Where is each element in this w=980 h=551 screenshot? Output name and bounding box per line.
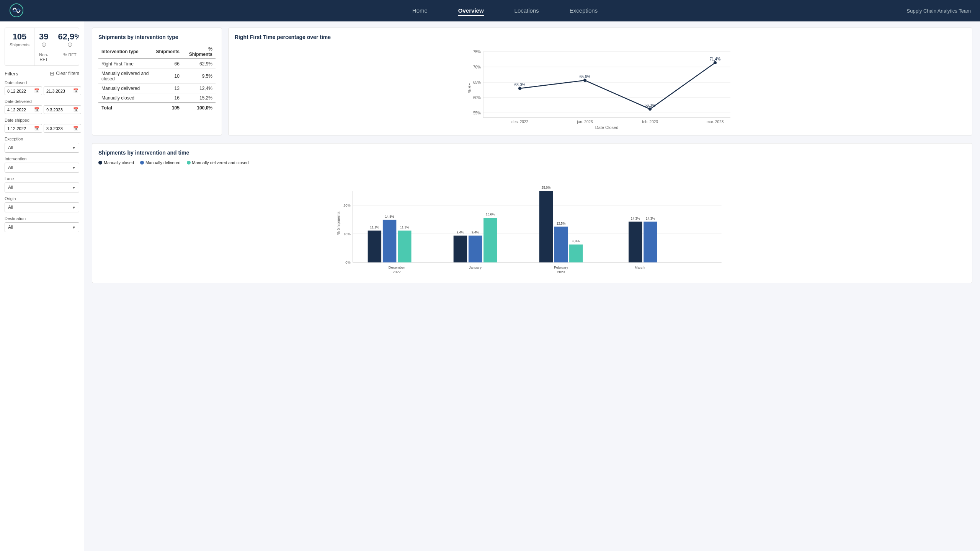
nav-home[interactable]: Home <box>412 6 428 16</box>
svg-text:December: December <box>389 266 405 269</box>
svg-text:February: February <box>554 266 568 269</box>
line-chart-container: % RFT 75% 70% 65% 60% 55% <box>235 45 966 129</box>
date-delivered-from[interactable]: 📅 <box>5 105 42 114</box>
bar <box>629 222 642 262</box>
clear-filters-icon: ⊟ <box>50 70 54 77</box>
lane-dropdown[interactable]: All ▼ <box>5 183 79 192</box>
row-pct: 12,4% <box>183 84 216 93</box>
calendar-icon: 📅 <box>34 126 39 131</box>
date-shipped-range: 📅 📅 <box>5 124 79 133</box>
exception-value: All <box>8 145 13 150</box>
filters-title: Filters <box>5 71 18 77</box>
date-closed-to[interactable]: 📅 <box>44 86 81 95</box>
svg-text:65,6%: 65,6% <box>580 75 590 79</box>
legend-dot-manually-closed <box>98 161 102 165</box>
origin-dropdown[interactable]: All ▼ <box>5 202 79 212</box>
total-shipments: 105 <box>153 103 183 112</box>
bar <box>368 231 381 262</box>
svg-text:60%: 60% <box>473 96 481 100</box>
clear-filters-button[interactable]: ⊟ Clear filters <box>50 70 79 77</box>
row-shipments: 66 <box>153 59 183 69</box>
nav-overview[interactable]: Overview <box>458 6 484 16</box>
bar <box>644 222 657 262</box>
svg-text:15,6%: 15,6% <box>486 212 495 216</box>
bar <box>483 218 497 262</box>
filter-intervention: Intervention All ▼ <box>5 156 79 173</box>
bar-chart-container: % Shipments 20% 10% 0% 11,1% <box>98 170 966 277</box>
date-shipped-label: Date shipped <box>5 118 79 122</box>
legend-dot-manually-delivered <box>140 161 144 165</box>
calendar-icon: 📅 <box>34 88 39 93</box>
date-shipped-to-input[interactable] <box>46 126 73 131</box>
bar <box>454 236 467 262</box>
lane-label: Lane <box>5 176 79 181</box>
kpi-shipments-value: 105 <box>10 32 29 42</box>
nav-locations[interactable]: Locations <box>514 6 539 16</box>
svg-text:% Shipments: % Shipments <box>336 212 341 235</box>
svg-text:12,5%: 12,5% <box>557 222 566 225</box>
date-shipped-to[interactable]: 📅 <box>44 124 81 133</box>
svg-text:71,4%: 71,4% <box>710 57 720 61</box>
kpi-non-rft: 39 ⓘ Non-RFT <box>34 28 53 65</box>
date-closed-from[interactable]: 📅 <box>5 86 42 95</box>
date-delivered-from-input[interactable] <box>7 108 34 112</box>
legend-label-manually-delivered-closed: Manually delivered and closed <box>192 160 249 165</box>
row-pct: 15,2% <box>183 93 216 103</box>
date-closed-from-input[interactable] <box>7 89 34 93</box>
svg-text:14,3%: 14,3% <box>631 217 640 220</box>
svg-text:Date Closed: Date Closed <box>595 125 619 129</box>
pct-rft-info-icon[interactable]: ⓘ <box>68 42 72 47</box>
bar-chart-svg: % Shipments 20% 10% 0% 11,1% <box>98 170 966 277</box>
svg-text:6,3%: 6,3% <box>572 239 580 243</box>
svg-text:2023: 2023 <box>557 270 565 274</box>
svg-text:25,0%: 25,0% <box>542 186 551 189</box>
svg-text:jan. 2023: jan. 2023 <box>577 120 593 124</box>
exception-dropdown[interactable]: All ▼ <box>5 143 79 153</box>
logo <box>9 3 24 19</box>
total-label: Total <box>98 103 153 112</box>
filter-date-delivered: Date delivered 📅 📅 <box>5 99 79 114</box>
kpi-pct-rft-value: 62,9% ⓘ <box>58 32 79 52</box>
svg-text:mar. 2023: mar. 2023 <box>707 120 724 124</box>
svg-text:56,3%: 56,3% <box>645 103 655 108</box>
svg-point-15 <box>583 79 586 82</box>
intervention-table-card: Shipments by intervention type Intervent… <box>92 28 222 135</box>
svg-text:9,4%: 9,4% <box>457 230 464 234</box>
date-delivered-to-input[interactable] <box>46 108 73 112</box>
line-chart-svg: % RFT 75% 70% 65% 60% 55% <box>235 45 966 129</box>
row-pct: 62,9% <box>183 59 216 69</box>
bar <box>383 220 396 262</box>
legend-label-manually-delivered: Manually delivered <box>145 160 181 165</box>
sidebar: 105 Shipments 39 ⓘ Non-RFT 62,9% ⓘ % RFT… <box>0 21 84 551</box>
table-row: Manually delivered1312,4% <box>98 84 216 93</box>
non-rft-info-icon[interactable]: ⓘ <box>42 42 46 47</box>
legend-manually-delivered-closed: Manually delivered and closed <box>187 160 249 165</box>
date-shipped-from[interactable]: 📅 <box>5 124 42 133</box>
calendar-icon: 📅 <box>73 126 78 131</box>
nav-exceptions[interactable]: Exceptions <box>570 6 598 16</box>
date-closed-range: 📅 📅 <box>5 86 79 95</box>
date-shipped-from-input[interactable] <box>7 126 34 131</box>
chevron-down-icon: ▼ <box>72 146 76 150</box>
calendar-icon: 📅 <box>34 107 39 112</box>
destination-dropdown[interactable]: All ▼ <box>5 222 79 232</box>
row-type: Right First Time <box>98 59 153 69</box>
kpi-non-rft-label: Non-RFT <box>39 52 48 62</box>
date-delivered-to[interactable]: 📅 <box>44 105 81 114</box>
date-closed-to-input[interactable] <box>46 89 73 93</box>
kpi-non-rft-value: 39 ⓘ <box>39 32 48 52</box>
table-row: Manually delivered and closed109,5% <box>98 69 216 84</box>
bar-chart-card: Shipments by intervention and time Manua… <box>92 143 972 283</box>
bar <box>554 227 568 262</box>
filter-date-shipped: Date shipped 📅 📅 <box>5 118 79 133</box>
filter-exception: Exception All ▼ <box>5 137 79 153</box>
intervention-dropdown[interactable]: All ▼ <box>5 163 79 173</box>
line-chart-card: Right First Time percentage over time % … <box>228 28 972 135</box>
total-pct: 100,0% <box>183 103 216 112</box>
col-header-type: Intervention type <box>98 45 153 59</box>
calendar-icon: 📅 <box>73 107 78 112</box>
filters-header: Filters ⊟ Clear filters <box>5 70 79 77</box>
svg-text:10%: 10% <box>343 232 351 236</box>
row-type: Manually closed <box>98 93 153 103</box>
kpi-shipments-label: Shipments <box>10 42 29 47</box>
